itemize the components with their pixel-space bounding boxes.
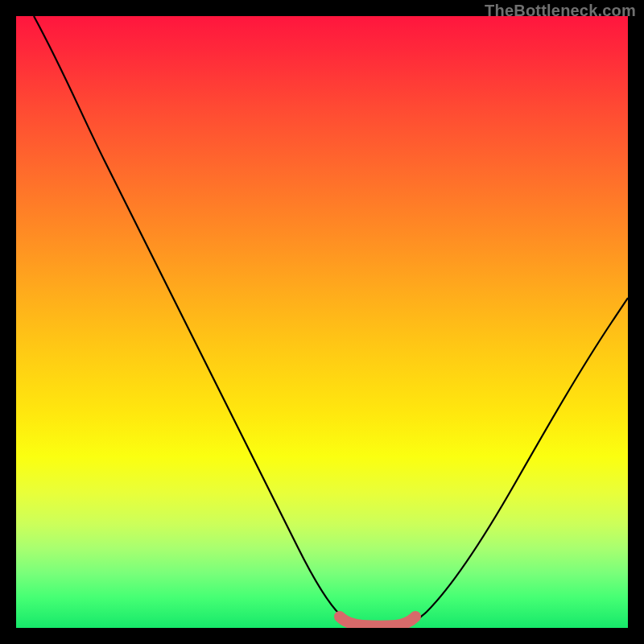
chart-frame: TheBottleneck.com (0, 0, 644, 644)
bottleneck-curve (34, 16, 628, 626)
optimal-zone-highlight (340, 617, 415, 626)
curve-layer (16, 16, 628, 628)
plot-area (16, 16, 628, 628)
watermark-text: TheBottleneck.com (485, 2, 636, 20)
